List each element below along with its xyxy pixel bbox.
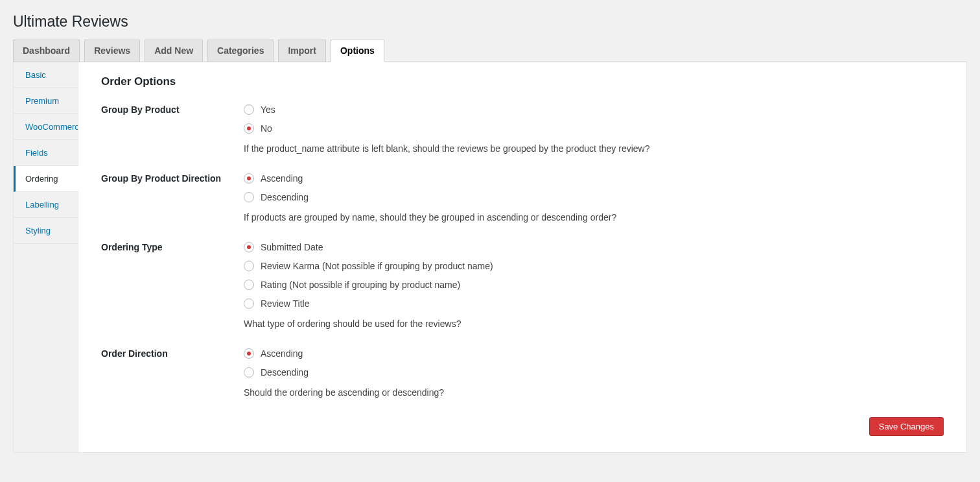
tab-dashboard[interactable]: Dashboard (13, 40, 80, 62)
sidebar-item-premium[interactable]: Premium (14, 88, 78, 114)
page-title: Ultimate Reviews (13, 6, 967, 34)
radio-option[interactable]: No (244, 123, 944, 142)
field-description: Should the ordering be ascending or desc… (244, 386, 944, 398)
save-button[interactable]: Save Changes (869, 417, 944, 436)
tab-options[interactable]: Options (331, 40, 384, 62)
radio-icon[interactable] (244, 123, 254, 134)
radio-label: Yes (261, 104, 275, 115)
field-description: If products are grouped by name, should … (244, 211, 944, 223)
field-label-group-by-product: Group By Product (101, 104, 244, 173)
radio-option[interactable]: Yes (244, 104, 944, 123)
options-sidebar: BasicPremiumWooCommerceFieldsOrderingLab… (14, 62, 78, 452)
field-controls-order-direction: AscendingDescendingShould the ordering b… (244, 348, 944, 398)
radio-icon[interactable] (244, 298, 254, 309)
radio-option[interactable]: Review Title (244, 298, 944, 317)
radio-option[interactable]: Descending (244, 367, 944, 386)
tab-reviews[interactable]: Reviews (84, 40, 140, 62)
radio-label: Descending (261, 367, 309, 378)
radio-option[interactable]: Review Karma (Not possible if grouping b… (244, 261, 944, 280)
radio-icon[interactable] (244, 367, 254, 378)
tab-import[interactable]: Import (278, 40, 326, 62)
radio-option[interactable]: Ascending (244, 173, 944, 192)
radio-icon[interactable] (244, 192, 254, 202)
radio-label: Rating (Not possible if grouping by prod… (261, 280, 460, 290)
radio-label: Descending (261, 192, 309, 202)
radio-icon[interactable] (244, 261, 254, 271)
radio-icon[interactable] (244, 348, 254, 359)
radio-icon[interactable] (244, 280, 254, 290)
radio-icon[interactable] (244, 104, 254, 115)
field-controls-ordering-type: Submitted DateReview Karma (Not possible… (244, 242, 944, 348)
radio-label: Submitted Date (261, 242, 323, 252)
radio-label: Ascending (261, 348, 303, 359)
radio-option[interactable]: Rating (Not possible if grouping by prod… (244, 280, 944, 298)
field-description: What type of ordering should be used for… (244, 317, 944, 329)
field-controls-group-by-product: YesNoIf the product_name attribute is le… (244, 104, 944, 173)
radio-icon[interactable] (244, 173, 254, 184)
field-controls-group-by-product-direction: AscendingDescendingIf products are group… (244, 173, 944, 242)
radio-icon[interactable] (244, 242, 254, 252)
sidebar-item-styling[interactable]: Styling (14, 218, 78, 244)
tab-add-new[interactable]: Add New (145, 40, 203, 62)
radio-label: Ascending (261, 173, 303, 184)
tab-categories[interactable]: Categories (207, 40, 274, 62)
radio-option[interactable]: Descending (244, 192, 944, 211)
radio-option[interactable]: Ascending (244, 348, 944, 367)
sidebar-item-fields[interactable]: Fields (14, 140, 78, 166)
nav-tab-wrapper: DashboardReviewsAdd NewCategoriesImportO… (13, 34, 967, 62)
radio-option[interactable]: Submitted Date (244, 242, 944, 261)
sidebar-item-labelling[interactable]: Labelling (14, 192, 78, 218)
field-label-group-by-product-direction: Group By Product Direction (101, 173, 244, 242)
field-description: If the product_name attribute is left bl… (244, 142, 944, 154)
sidebar-item-basic[interactable]: Basic (14, 62, 78, 88)
sidebar-item-ordering[interactable]: Ordering (14, 166, 78, 192)
form-table: Group By ProductYesNoIf the product_name… (101, 104, 944, 398)
radio-label: No (261, 123, 272, 134)
sidebar-item-woocommerce[interactable]: WooCommerce (14, 114, 78, 140)
section-title: Order Options (101, 75, 944, 88)
field-label-order-direction: Order Direction (101, 348, 244, 398)
radio-label: Review Title (261, 298, 309, 309)
field-label-ordering-type: Ordering Type (101, 242, 244, 348)
radio-label: Review Karma (Not possible if grouping b… (261, 261, 493, 271)
options-main: Order Options Group By ProductYesNoIf th… (78, 62, 966, 452)
